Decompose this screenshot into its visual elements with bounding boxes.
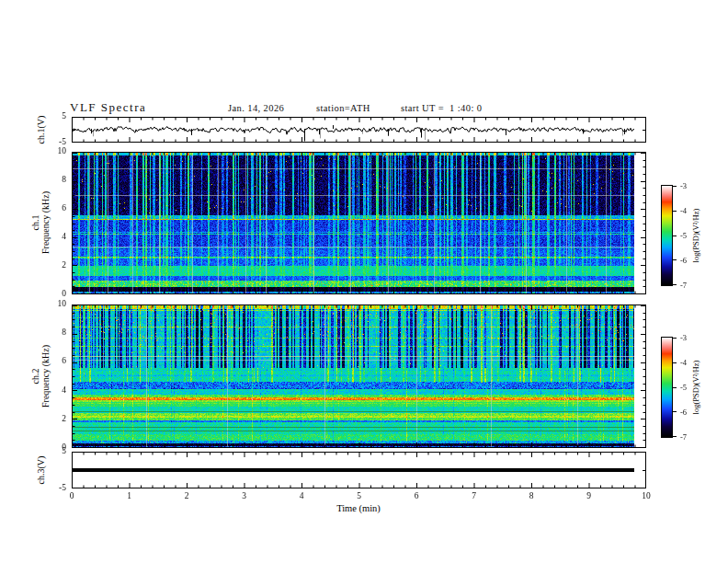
spec2-colorbar: [661, 337, 677, 438]
x-tick-label: 1: [120, 491, 139, 500]
spec1-colorbar-tick-label: -3: [680, 181, 695, 190]
x-tick-label: 7: [465, 491, 483, 500]
ch3-wave-y-tick-label: 5: [46, 446, 66, 455]
x-tick-label: 6: [407, 491, 426, 500]
x-tick-label: 2: [177, 491, 196, 500]
ch1-spec-channel-label: ch.1: [30, 215, 40, 231]
ch1-wave-y-tick-label: -5: [46, 137, 66, 146]
ch1-waveform-plot: [72, 117, 646, 143]
spec2-colorbar-label: log(PSD)(V²/Hz): [691, 345, 700, 430]
spec2-colorbar-tick-label: -3: [680, 333, 695, 342]
spec2-colorbar-tick-label: -7: [680, 432, 695, 442]
spec1-colorbar-tick-label: -7: [680, 281, 695, 290]
spec1-y-tick-label: 0: [46, 289, 66, 298]
start-ut-label: start UT = 1 :40: 0: [401, 103, 482, 113]
x-tick-label: 8: [522, 491, 540, 500]
ch2-spec-channel-label: ch.2: [30, 369, 40, 385]
x-tick-label: 4: [292, 491, 311, 500]
x-tick-label: 5: [350, 491, 369, 500]
ch1-spectrogram-plot: [72, 152, 646, 294]
spec2-y-tick-label: 10: [46, 299, 66, 308]
spec2-y-tick-label: 0: [46, 442, 66, 452]
ch2-spec-y-axis-label: ch.2 Frequency (kHz): [30, 316, 51, 436]
ch3-wave-y-axis-label: ch.3(V): [36, 442, 47, 498]
spec1-colorbar: [661, 185, 677, 286]
vlf-spectra-screen: VLF Spectra Jan. 14, 2026 station=ATH st…: [0, 0, 728, 563]
ch2-spec-frequency-label: Frequency (kHz): [40, 345, 51, 408]
ch1-wave-y-tick-label: 5: [46, 111, 66, 121]
station-label: station=ATH: [316, 103, 370, 113]
ch2-spectrogram-plot: [72, 304, 646, 448]
page-title: VLF Spectra: [70, 100, 146, 115]
ch1-spec-frequency-label: Frequency (kHz): [40, 191, 51, 254]
time-axis-label: Time (min): [313, 503, 404, 513]
x-tick-label: 10: [637, 491, 655, 500]
x-tick-label: 9: [580, 491, 598, 500]
ch3-waveform-plot: [72, 452, 646, 488]
ch3-wave-y-tick-label: -5: [46, 483, 66, 492]
ch1-spec-y-axis-label: ch.1 Frequency (kHz): [30, 163, 51, 282]
spec1-colorbar-label: log(PSD)(V²/Hz): [691, 193, 700, 278]
date-label: Jan. 14, 2026: [228, 103, 284, 113]
x-tick-label: 3: [235, 491, 254, 500]
spec1-y-tick-label: 10: [46, 146, 66, 155]
ch1-wave-y-axis-label: ch.1(V): [36, 102, 47, 157]
x-tick-label: 0: [63, 491, 81, 500]
